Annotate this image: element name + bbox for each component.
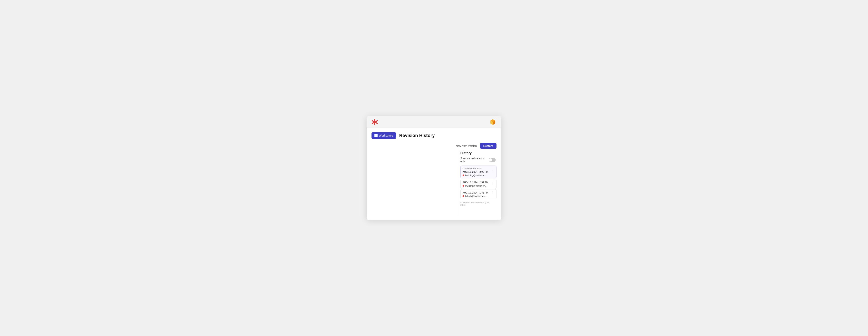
show-named-label: Show named versions only <box>460 157 489 163</box>
version-date-1: AUG 10, 2024 2:54 PM <box>463 181 488 183</box>
version-card-current[interactable]: CURRENT VERSION AUG 10, 2024 3:02 PM ⋮ <box>460 166 496 178</box>
version-more-btn-0[interactable]: ⋮ <box>490 170 494 173</box>
user-dot-1 <box>463 185 464 187</box>
version-list: CURRENT VERSION AUG 10, 2024 3:02 PM ⋮ <box>460 166 496 199</box>
version-date-2: AUG 10, 2024 1:31 PM <box>463 192 488 194</box>
asterisk-logo <box>372 119 378 125</box>
content-area: New from Version Restore History Show na… <box>372 143 496 216</box>
version-card-1[interactable]: AUG 10, 2024 2:54 PM ⋮ kwilding@institut… <box>460 179 496 189</box>
current-version-label: CURRENT VERSION <box>463 167 494 169</box>
version-user-2: bdavis@institution.org... <box>463 195 494 197</box>
version-date-row-0: AUG 10, 2024 3:02 PM ⋮ <box>463 170 494 173</box>
app-window: Workspace Revision History New from Vers… <box>367 116 501 220</box>
page-title: Revision History <box>399 133 435 138</box>
new-from-version-button[interactable]: New from Version <box>454 143 478 148</box>
user-email-0: kwilding@institution.org... <box>465 174 488 176</box>
version-date-row-2: AUG 10, 2024 1:31 PM ⋮ <box>463 191 494 194</box>
version-user-0: kwilding@institution.org... <box>463 174 494 176</box>
version-date-row-1: AUG 10, 2024 2:54 PM ⋮ <box>463 181 494 184</box>
version-date-0: AUG 10, 2024 3:02 PM <box>463 171 488 173</box>
toolbar: Workspace Revision History <box>372 132 496 139</box>
menu-icon <box>374 134 378 137</box>
user-dot-2 <box>463 195 464 197</box>
history-title: History <box>460 151 496 155</box>
user-email-2: bdavis@institution.org... <box>465 195 488 197</box>
workspace-label: Workspace <box>379 134 393 137</box>
version-more-btn-1[interactable]: ⋮ <box>490 181 494 184</box>
version-user-1: kwilding@institution.org... <box>463 184 494 187</box>
history-panel: New from Version Restore History Show na… <box>458 143 496 216</box>
restore-button[interactable]: Restore <box>480 143 496 149</box>
actions-row: New from Version Restore <box>460 143 496 149</box>
top-bar <box>367 116 501 128</box>
user-dot-0 <box>463 174 464 176</box>
product-logo <box>489 119 496 126</box>
main-content: Workspace Revision History New from Vers… <box>367 128 501 220</box>
workspace-button[interactable]: Workspace <box>372 132 396 139</box>
user-email-1: kwilding@institution.org... <box>465 184 488 187</box>
show-named-versions-row: Show named versions only <box>460 157 496 163</box>
version-more-btn-2[interactable]: ⋮ <box>490 191 494 194</box>
version-card-2[interactable]: AUG 10, 2024 1:31 PM ⋮ bdavis@institutio… <box>460 189 496 199</box>
named-versions-toggle[interactable] <box>489 158 496 162</box>
doc-created-note: Document created on Aug 10, 2023. <box>460 201 496 206</box>
document-area <box>372 143 458 216</box>
